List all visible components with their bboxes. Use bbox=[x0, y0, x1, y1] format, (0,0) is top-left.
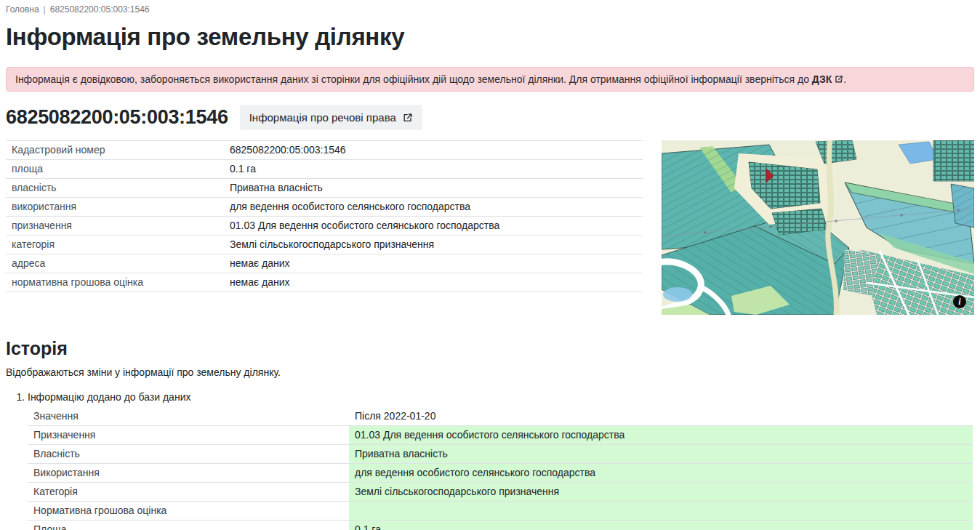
detail-value: 01.03 Для ведення особистого селянського… bbox=[224, 217, 643, 236]
table-row: Площа0.1 га bbox=[28, 521, 973, 530]
alert-text: Інформація є довідковою, забороняється в… bbox=[15, 73, 812, 85]
table-row: використаннядля ведення особистого селян… bbox=[6, 198, 643, 217]
property-rights-button-label: Інформація про речові права bbox=[249, 111, 396, 124]
history-header-value: Після 2022-01-20 bbox=[349, 407, 973, 426]
table-row: категоріяЗемлі сільськогосподарського пр… bbox=[6, 236, 643, 254]
cadastral-map[interactable]: i bbox=[662, 140, 974, 315]
detail-value: 6825082200:05:003:1546 bbox=[224, 141, 643, 160]
history-row-label: Власність bbox=[28, 445, 349, 464]
table-row: Кадастровий номер6825082200:05:003:1546 bbox=[6, 141, 643, 160]
detail-value: Приватна власність bbox=[224, 179, 643, 198]
history-description: Відображаються зміни у інформації про зе… bbox=[6, 366, 974, 378]
detail-value: Землі сільськогосподарського призначення bbox=[224, 236, 643, 254]
detail-label: використання bbox=[6, 198, 224, 217]
parcel-header: 6825082200:05:003:1546 Інформація про ре… bbox=[6, 105, 974, 130]
history-row-value bbox=[349, 502, 973, 521]
disclaimer-alert: Інформація є довідковою, забороняється в… bbox=[6, 67, 974, 92]
detail-label: площа bbox=[6, 160, 224, 179]
property-rights-button[interactable]: Інформація про речові права bbox=[240, 105, 422, 130]
table-row: нормативна грошова оцінканемає даних bbox=[6, 273, 643, 292]
breadcrumb-separator: | bbox=[44, 4, 46, 15]
history-row-label: Площа bbox=[28, 521, 349, 530]
history-row-label: Використання bbox=[28, 464, 349, 483]
main-content: Кадастровий номер6825082200:05:003:1546п… bbox=[6, 140, 974, 315]
history-section: Історія Відображаються зміни у інформаці… bbox=[6, 338, 974, 530]
detail-value: немає даних bbox=[224, 254, 643, 273]
table-row: Використаннядля ведення особистого селян… bbox=[28, 464, 973, 483]
history-row-value: 01.03 Для ведення особистого селянського… bbox=[349, 426, 973, 445]
detail-value: 0.1 га bbox=[224, 160, 643, 179]
history-row-label: Нормативна грошова оцінка bbox=[28, 502, 349, 521]
history-header-row: Значення Після 2022-01-20 bbox=[28, 407, 973, 426]
table-row: Нормативна грошова оцінка bbox=[28, 502, 973, 521]
external-link-icon bbox=[403, 113, 413, 123]
detail-value: немає даних bbox=[224, 273, 643, 292]
history-row-label: Призначення bbox=[28, 426, 349, 445]
parcel-details-table: Кадастровий номер6825082200:05:003:1546п… bbox=[6, 140, 643, 292]
detail-label: категорія bbox=[6, 236, 224, 254]
history-list-item: Інформацію додано до бази даних Значення… bbox=[28, 390, 974, 530]
history-row-value: Приватна власність bbox=[349, 445, 973, 464]
history-row-value: для ведення особистого селянського госпо… bbox=[349, 464, 973, 483]
detail-label: нормативна грошова оцінка bbox=[6, 273, 224, 292]
table-row: площа0.1 га bbox=[6, 160, 643, 179]
table-row: ВласністьПриватна власність bbox=[28, 445, 973, 464]
parcel-number-heading: 6825082200:05:003:1546 bbox=[6, 106, 228, 129]
history-header-label: Значення bbox=[28, 407, 349, 426]
table-row: адресанемає даних bbox=[6, 254, 643, 273]
breadcrumb-current: 6825082200:05:003:1546 bbox=[50, 4, 150, 15]
table-row: Призначення01.03 Для ведення особистого … bbox=[28, 426, 973, 445]
detail-label: Кадастровий номер bbox=[6, 141, 224, 160]
history-row-value: 0.1 га bbox=[349, 521, 973, 530]
dzk-external-link[interactable]: ДЗК bbox=[812, 73, 843, 85]
page: Головна|6825082200:05:003:1546 Інформаці… bbox=[0, 0, 980, 530]
breadcrumb-home-link[interactable]: Головна bbox=[6, 4, 39, 15]
detail-label: власність bbox=[6, 179, 224, 198]
table-row: призначення01.03 Для ведення особистого … bbox=[6, 217, 643, 236]
history-change-table: Значення Після 2022-01-20 Призначення01.… bbox=[28, 407, 973, 530]
page-title: Інформація про земельну ділянку bbox=[6, 23, 974, 51]
detail-value: для ведення особистого селянського госпо… bbox=[224, 198, 643, 217]
alert-text-after: . bbox=[843, 73, 846, 85]
table-row: КатегоріяЗемлі сільськогосподарського пр… bbox=[28, 483, 973, 502]
map-canvas bbox=[662, 140, 974, 315]
history-row-value: Землі сільськогосподарського призначення bbox=[349, 483, 973, 502]
history-item-title: Інформацію додано до бази даних bbox=[28, 390, 974, 404]
breadcrumb: Головна|6825082200:05:003:1546 bbox=[6, 4, 974, 15]
map-info-button[interactable]: i bbox=[953, 295, 966, 308]
history-list: Інформацію додано до бази даних Значення… bbox=[6, 390, 974, 530]
history-title: Історія bbox=[6, 338, 974, 359]
table-row: власністьПриватна власність bbox=[6, 179, 643, 198]
detail-label: призначення bbox=[6, 217, 224, 236]
detail-label: адреса bbox=[6, 254, 224, 273]
history-row-label: Категорія bbox=[28, 483, 349, 502]
external-link-icon bbox=[835, 75, 843, 84]
